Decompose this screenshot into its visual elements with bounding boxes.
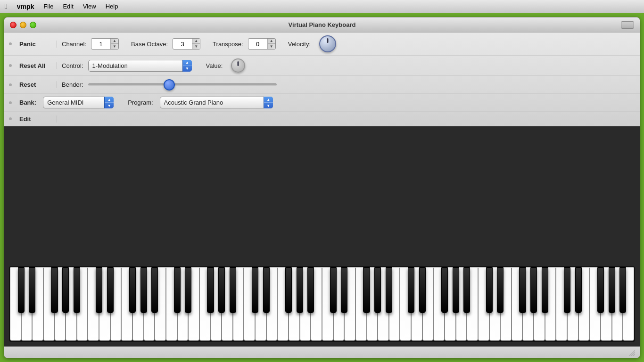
menu-edit[interactable]: Edit <box>63 3 73 10</box>
black-key[interactable] <box>207 267 214 313</box>
black-key[interactable] <box>140 267 147 313</box>
window-widget-button[interactable] <box>621 21 634 29</box>
black-key-wrapper <box>341 267 347 313</box>
black-key[interactable] <box>575 267 582 313</box>
black-key[interactable] <box>129 267 136 313</box>
black-key[interactable] <box>486 267 493 313</box>
black-key[interactable] <box>107 267 114 313</box>
channel-down-arrow[interactable]: ▼ <box>111 44 118 49</box>
black-key[interactable] <box>619 267 626 313</box>
base-octave-input[interactable]: 3 <box>173 40 192 49</box>
black-key[interactable] <box>542 267 548 313</box>
channel-input[interactable]: 1 <box>91 40 110 49</box>
black-key[interactable] <box>74 267 80 313</box>
black-key[interactable] <box>330 267 337 313</box>
program-select[interactable]: Acoustic Grand Piano Bright Acoustic Pia… <box>160 97 273 108</box>
black-key[interactable] <box>297 267 303 313</box>
black-key-wrapper <box>151 267 158 313</box>
black-key[interactable] <box>151 267 158 313</box>
black-key[interactable] <box>363 267 370 313</box>
black-key-wrapper <box>129 267 136 313</box>
main-window: Virtual Piano Keyboard Panic Channel: 1 … <box>4 17 640 358</box>
window-title: Virtual Piano Keyboard <box>289 21 356 28</box>
controls-area: Panic Channel: 1 ▲ ▼ Base Octave: 3 ▲ ▼ … <box>4 33 640 126</box>
black-key-wrapper <box>185 267 191 313</box>
black-key[interactable] <box>564 267 570 313</box>
black-key[interactable] <box>530 267 537 313</box>
octave-up-arrow[interactable]: ▲ <box>192 39 200 44</box>
white-keys <box>10 267 634 341</box>
channel-up-arrow[interactable]: ▲ <box>111 39 118 44</box>
black-key-wrapper <box>96 267 102 313</box>
transpose-spinbox[interactable]: 0 ▲ ▼ <box>248 38 276 49</box>
black-key[interactable] <box>453 267 459 313</box>
black-key[interactable] <box>419 267 426 313</box>
black-key-wrapper <box>408 267 414 313</box>
value-knob[interactable] <box>231 58 245 73</box>
menu-view[interactable]: View <box>83 3 96 10</box>
black-key[interactable] <box>29 267 35 313</box>
black-key-wrapper <box>174 267 181 313</box>
base-octave-label: Base Octave: <box>131 41 168 48</box>
black-key[interactable] <box>230 267 236 313</box>
black-key[interactable] <box>174 267 181 313</box>
bender-slider-thumb[interactable] <box>164 79 175 90</box>
base-octave-spinbox[interactable]: 3 ▲ ▼ <box>173 38 200 49</box>
black-key-wrapper <box>297 267 303 313</box>
black-key[interactable] <box>218 267 225 313</box>
transpose-input[interactable]: 0 <box>248 40 267 49</box>
panic-button[interactable]: Panic <box>19 41 57 48</box>
row-channel: Panic Channel: 1 ▲ ▼ Base Octave: 3 ▲ ▼ … <box>4 33 640 56</box>
svg-line-1 <box>631 352 635 356</box>
black-key[interactable] <box>519 267 526 313</box>
black-key-wrapper <box>530 267 537 313</box>
transpose-up-arrow[interactable]: ▲ <box>268 39 275 44</box>
black-key[interactable] <box>386 267 392 313</box>
black-key[interactable] <box>609 267 615 313</box>
channel-spinbox[interactable]: 1 ▲ ▼ <box>91 38 119 49</box>
menu-bar:  vmpk File Edit View Help <box>0 0 644 13</box>
program-select-wrapper: Acoustic Grand Piano Bright Acoustic Pia… <box>160 97 273 108</box>
black-key[interactable] <box>185 267 191 313</box>
black-key[interactable] <box>463 267 470 313</box>
black-key[interactable] <box>96 267 102 313</box>
reset-all-button[interactable]: Reset All <box>19 62 57 69</box>
black-key[interactable] <box>307 267 314 313</box>
transpose-down-arrow[interactable]: ▼ <box>268 44 275 49</box>
black-key[interactable] <box>263 267 270 313</box>
edit-label: Edit <box>19 115 57 123</box>
black-key[interactable] <box>18 267 25 313</box>
black-key[interactable] <box>341 267 347 313</box>
black-key[interactable] <box>441 267 448 313</box>
bank-select[interactable]: General MIDI GM2 GS XG <box>43 97 114 108</box>
black-key[interactable] <box>497 267 504 313</box>
black-key[interactable] <box>252 267 258 313</box>
black-key-wrapper <box>51 267 58 313</box>
black-key[interactable] <box>285 267 292 313</box>
black-key[interactable] <box>408 267 414 313</box>
control-select[interactable]: 1-Modulation 2-Breath 7-Volume 10-Pan 64… <box>88 60 192 72</box>
minimize-button[interactable] <box>20 22 26 28</box>
row5-drag-icon <box>9 117 12 120</box>
row-bender: Reset Bender: <box>4 76 640 94</box>
octave-down-arrow[interactable]: ▼ <box>192 44 200 49</box>
black-key[interactable] <box>597 267 604 313</box>
close-button[interactable] <box>10 22 17 28</box>
black-key[interactable] <box>51 267 58 313</box>
black-key-wrapper <box>542 267 548 313</box>
black-key[interactable] <box>374 267 381 313</box>
velocity-knob[interactable] <box>319 35 336 52</box>
maximize-button[interactable] <box>30 22 36 28</box>
black-key[interactable] <box>62 267 69 313</box>
black-key-wrapper <box>575 267 582 313</box>
resize-handle-icon[interactable] <box>628 349 635 356</box>
black-key-wrapper <box>486 267 493 313</box>
menu-help[interactable]: Help <box>106 3 118 10</box>
row-edit: Edit <box>4 112 640 126</box>
program-label: Program: <box>128 99 153 106</box>
reset-button[interactable]: Reset <box>19 81 57 88</box>
bender-slider-track[interactable] <box>88 83 277 86</box>
channel-label: Channel: <box>62 41 86 48</box>
black-key-wrapper <box>463 267 470 313</box>
menu-file[interactable]: File <box>43 3 53 10</box>
